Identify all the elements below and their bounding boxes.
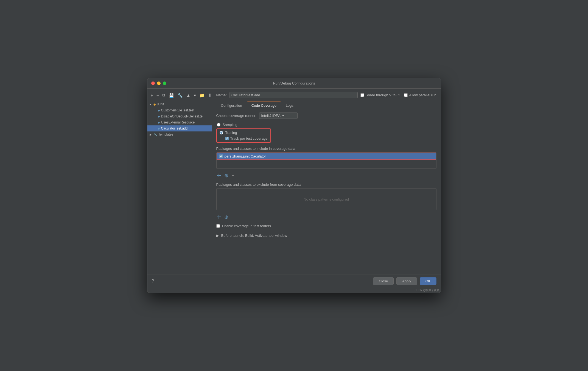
include-item-checkbox-0[interactable] [219, 154, 223, 158]
include-section-label: Packages and classes to include in cover… [216, 147, 436, 151]
sampling-radio[interactable] [217, 123, 220, 127]
edit-config-button[interactable]: 🔧 [176, 92, 184, 99]
close-button[interactable]: Close [373, 277, 394, 285]
copy-config-button[interactable]: ⧉ [161, 92, 166, 99]
include-table: pers.zhang.junit.Caculator [216, 152, 436, 169]
help-icon: ? [398, 93, 400, 97]
footer-buttons: Close Apply OK [373, 277, 436, 285]
junit-label: JUnit [157, 102, 164, 106]
exclude-mini-toolbar: ✛ ⊕ − [216, 212, 436, 222]
tracing-label: Tracing [225, 131, 237, 135]
sidebar-item-customerruletest[interactable]: ▶ CustomerRuleTest.test [147, 107, 212, 113]
test-icon-1: ▶ [158, 109, 160, 112]
right-panel: Name: Share through VCS ? Allow parallel… [212, 89, 441, 274]
include-add-button[interactable]: ✛ [216, 172, 222, 179]
sampling-option[interactable]: Sampling [217, 123, 436, 127]
runner-row: Choose coverage runner: IntelliJ IDEA ▾ [216, 113, 436, 119]
sidebar-item-usesexternal[interactable]: ▶ UsesExternalResource [147, 119, 212, 125]
tracing-radio[interactable] [220, 131, 223, 134]
sort-button[interactable]: ⬇ [207, 92, 212, 99]
header-options: Share through VCS ? Allow parallel run [360, 93, 436, 97]
track-per-test-checkbox[interactable] [225, 137, 229, 140]
empty-exclude-text: No class patterns configured [304, 197, 349, 201]
include-row-0[interactable]: pers.zhang.junit.Caculator [217, 153, 436, 160]
help-button[interactable]: ? [152, 279, 154, 284]
exclude-add-pattern-button[interactable]: ⊕ [224, 213, 229, 221]
enable-coverage-option[interactable]: Enable coverage in test folders [216, 224, 436, 228]
add-config-button[interactable]: + [150, 92, 154, 99]
runner-select[interactable]: IntelliJ IDEA ▾ [259, 113, 298, 119]
track-per-test-option[interactable]: Track per test coverage [225, 136, 268, 140]
no-arrow-2 [154, 115, 157, 118]
test-icon-2: ▶ [158, 115, 160, 118]
tabs: Configuration Code Coverage Logs [216, 102, 436, 109]
tab-logs[interactable]: Logs [281, 102, 298, 109]
sidebar-item-disableondebug[interactable]: ▶ DisableOnDebugRuleTest.te [147, 113, 212, 119]
no-arrow-3 [154, 121, 157, 124]
test-icon-3: ▶ [158, 121, 160, 124]
before-launch-label: Before launch: Build, Activate tool wind… [221, 234, 287, 238]
runner-value: IntelliJ IDEA [261, 114, 281, 118]
templates-arrow: ▶ [150, 133, 153, 136]
main-content: + − ⧉ 💾 🔧 ▲ ▾ 📁 ⬇ ▾ ◆ JUnit ▶ [147, 89, 441, 274]
sidebar-item-label-3: UsesExternalResource [161, 120, 195, 124]
run-debug-configurations-window: Run/Debug Configurations + − ⧉ 💾 🔧 ▲ ▾ 📁… [147, 78, 441, 293]
sidebar-item-junit[interactable]: ▾ ◆ JUnit [147, 101, 212, 107]
traffic-lights [151, 81, 166, 85]
apply-button[interactable]: Apply [396, 277, 417, 285]
runner-label: Choose coverage runner: [216, 114, 257, 118]
minimize-window-button[interactable] [157, 81, 161, 85]
save-config-button[interactable]: 💾 [167, 92, 175, 99]
move-up-button[interactable]: ▲ [185, 92, 192, 99]
include-item-value-0: pers.zhang.junit.Caculator [225, 154, 266, 158]
exclude-section-label: Packages and classes to exclude from cov… [216, 182, 436, 187]
remove-config-button[interactable]: − [155, 92, 160, 99]
expand-arrow: ▾ [150, 103, 153, 106]
allow-parallel-checkbox[interactable] [404, 93, 408, 97]
sidebar-item-label-4: CaculatorTest.add [161, 127, 188, 130]
enable-coverage-label: Enable coverage in test folders [222, 224, 271, 228]
name-input[interactable] [229, 92, 358, 98]
close-window-button[interactable] [151, 81, 155, 85]
no-arrow-4 [154, 127, 157, 130]
exclude-table: No class patterns configured [216, 188, 436, 210]
include-add-pattern-button[interactable]: ⊕ [224, 172, 229, 179]
maximize-window-button[interactable] [163, 81, 166, 85]
test-icon-4: ▶ [158, 127, 160, 130]
tab-configuration[interactable]: Configuration [216, 102, 247, 109]
track-per-test-label: Track per test coverage [230, 136, 268, 140]
include-remove-button[interactable]: − [231, 173, 235, 179]
footer: ? Close Apply OK [147, 274, 441, 288]
tab-code-coverage[interactable]: Code Coverage [247, 102, 281, 109]
junit-icon: ◆ [153, 103, 156, 106]
name-label: Name: [216, 93, 227, 97]
enable-coverage-checkbox[interactable] [216, 224, 220, 228]
ok-button[interactable]: OK [420, 277, 436, 285]
dropdown-arrow-icon: ▾ [282, 114, 284, 118]
exclude-add-button[interactable]: ✛ [216, 213, 222, 221]
sidebar-item-caculatortest[interactable]: ▶ CaculatorTest.add [147, 125, 212, 131]
tracing-option[interactable]: Tracing [220, 131, 268, 135]
sidebar-tree: ▾ ◆ JUnit ▶ CustomerRuleTest.test ▶ Disa… [147, 100, 212, 139]
allow-parallel-label: Allow parallel run [409, 93, 436, 97]
window-title: Run/Debug Configurations [273, 81, 315, 85]
share-vcs-checkbox[interactable] [360, 93, 364, 97]
before-launch-section[interactable]: ▶ Before launch: Build, Activate tool wi… [216, 232, 436, 239]
help-icon: ? [152, 279, 154, 283]
share-vcs-label: Share through VCS [366, 93, 397, 97]
before-launch-arrow: ▶ [216, 234, 219, 238]
include-mini-toolbar: ✛ ⊕ − [216, 171, 436, 180]
move-down-button[interactable]: ▾ [193, 92, 197, 99]
folder-button[interactable]: 📁 [198, 92, 206, 99]
sidebar-item-label-1: CustomerRuleTest.test [161, 108, 194, 112]
sidebar-toolbar: + − ⧉ 💾 🔧 ▲ ▾ 📁 ⬇ [147, 91, 212, 100]
name-row: Name: Share through VCS ? Allow parallel… [216, 92, 436, 98]
share-vcs-option[interactable]: Share through VCS ? [360, 93, 400, 97]
templates-icon: 🔧 [153, 133, 157, 136]
tab-content-code-coverage: Choose coverage runner: IntelliJ IDEA ▾ … [216, 113, 436, 271]
titlebar: Run/Debug Configurations [147, 78, 441, 89]
sidebar: + − ⧉ 💾 🔧 ▲ ▾ 📁 ⬇ ▾ ◆ JUnit ▶ [147, 89, 212, 274]
allow-parallel-option[interactable]: Allow parallel run [404, 93, 436, 97]
sidebar-item-templates[interactable]: ▶ 🔧 Templates [147, 131, 212, 137]
exclude-remove-button[interactable]: − [231, 214, 235, 220]
